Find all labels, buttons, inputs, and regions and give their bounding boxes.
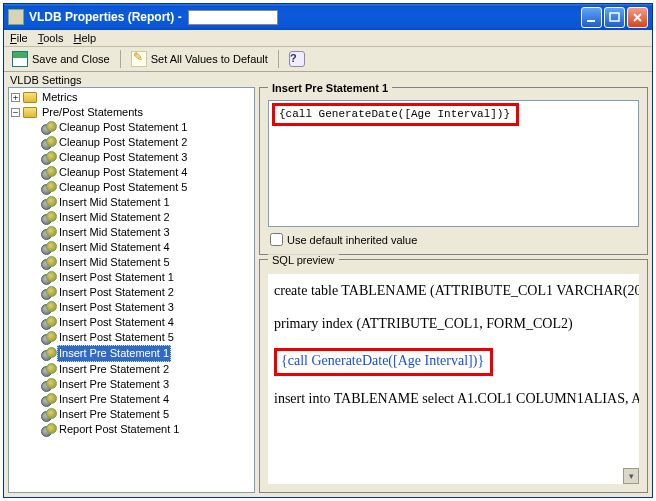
tree-item-label: Cleanup Post Statement 3	[57, 150, 189, 165]
sql-line: insert into TABLENAME select A1.COL1 COL…	[274, 390, 633, 409]
tree-item[interactable]: Insert Post Statement 5	[27, 330, 254, 345]
sql-call-highlight: {call GenerateDate([Age Interval])}	[274, 348, 493, 376]
sql-line: create table TABLENAME (ATTRIBUTE_COL1 V…	[274, 282, 633, 301]
tree-item-label: Insert Post Statement 3	[57, 300, 176, 315]
tree-item-label: Insert Post Statement 1	[57, 270, 176, 285]
gear-icon	[41, 423, 54, 436]
tree-item[interactable]: Insert Mid Statement 2	[27, 210, 254, 225]
tree-folder-prepost[interactable]: −Pre/Post Statements	[11, 105, 254, 120]
tree-item-label: Cleanup Post Statement 5	[57, 180, 189, 195]
tree-item[interactable]: Insert Post Statement 4	[27, 315, 254, 330]
tree-item-label: Insert Post Statement 5	[57, 330, 176, 345]
help-icon: ?	[289, 51, 305, 67]
use-default-label: Use default inherited value	[287, 234, 417, 246]
set-defaults-button[interactable]: Set All Values to Default	[129, 50, 270, 68]
gear-icon	[41, 286, 54, 299]
tree-item-label: Cleanup Post Statement 1	[57, 120, 189, 135]
tree-item-label: Insert Pre Statement 1	[57, 345, 171, 362]
defaults-label: Set All Values to Default	[151, 53, 268, 65]
gear-icon	[41, 271, 54, 284]
tree-item-label: Insert Mid Statement 3	[57, 225, 172, 240]
minimize-button[interactable]	[581, 7, 602, 28]
svg-rect-0	[587, 20, 595, 22]
tree-item[interactable]: Insert Mid Statement 4	[27, 240, 254, 255]
tree-item[interactable]: Insert Post Statement 1	[27, 270, 254, 285]
statement-legend: Insert Pre Statement 1	[268, 82, 392, 94]
tree-item-label: Insert Mid Statement 4	[57, 240, 172, 255]
tree-item[interactable]: Insert Post Statement 3	[27, 300, 254, 315]
expand-toggle[interactable]: +	[11, 93, 20, 102]
tree-item[interactable]: Insert Mid Statement 3	[27, 225, 254, 240]
menu-bar: File Tools Help	[4, 30, 652, 47]
sql-preview-body[interactable]: create table TABLENAME (ATTRIBUTE_COL1 V…	[268, 274, 639, 484]
menu-file[interactable]: File	[10, 32, 28, 44]
statement-panel: Insert Pre Statement 1 {call GenerateDat…	[259, 87, 648, 255]
help-button[interactable]: ?	[287, 50, 307, 68]
use-default-checkbox[interactable]	[270, 233, 283, 246]
tree-item[interactable]: Cleanup Post Statement 3	[27, 150, 254, 165]
defaults-icon	[131, 51, 147, 67]
toolbar: Save and Close Set All Values to Default…	[4, 47, 652, 72]
tree-item[interactable]: Insert Pre Statement 1	[27, 345, 254, 362]
save-label: Save and Close	[32, 53, 110, 65]
folder-icon	[23, 92, 37, 103]
tree-item-label: Report Post Statement 1	[57, 422, 181, 437]
gear-icon	[41, 211, 54, 224]
tree-item[interactable]: Cleanup Post Statement 4	[27, 165, 254, 180]
tree-item-label: Insert Pre Statement 5	[57, 407, 171, 422]
tree-item[interactable]: Insert Mid Statement 1	[27, 195, 254, 210]
use-default-row[interactable]: Use default inherited value	[268, 233, 639, 246]
tree-item-label: Insert Pre Statement 3	[57, 377, 171, 392]
gear-icon	[41, 241, 54, 254]
title-bar[interactable]: VLDB Properties (Report) -	[4, 4, 652, 30]
save-icon	[12, 51, 28, 67]
gear-icon	[41, 226, 54, 239]
folder-icon	[23, 107, 37, 118]
tree-folder-metrics[interactable]: +Metrics	[11, 90, 254, 105]
gear-icon	[41, 408, 54, 421]
expand-toggle[interactable]: −	[11, 108, 20, 117]
right-pane: Insert Pre Statement 1 {call GenerateDat…	[259, 87, 648, 493]
menu-help[interactable]: Help	[73, 32, 96, 44]
gear-icon	[41, 151, 54, 164]
scroll-down-button[interactable]: ▾	[623, 468, 639, 484]
tree-item[interactable]: Report Post Statement 1	[27, 422, 254, 437]
gear-icon	[41, 256, 54, 269]
gear-icon	[41, 136, 54, 149]
tree-item[interactable]: Insert Pre Statement 3	[27, 377, 254, 392]
gear-icon	[41, 378, 54, 391]
tree-item[interactable]: Insert Pre Statement 2	[27, 362, 254, 377]
tree-item[interactable]: Cleanup Post Statement 5	[27, 180, 254, 195]
sql-line: primary index (ATTRIBUTE_COL1, FORM_COL2…	[274, 315, 633, 334]
sql-legend: SQL preview	[268, 254, 339, 266]
tree-item-label: Pre/Post Statements	[40, 105, 145, 120]
gear-icon	[41, 121, 54, 134]
menu-tools[interactable]: Tools	[38, 32, 64, 44]
sql-preview-panel: SQL preview create table TABLENAME (ATTR…	[259, 259, 648, 493]
tree-item-label: Insert Post Statement 4	[57, 315, 176, 330]
content-area: +Metrics−Pre/Post StatementsCleanup Post…	[4, 87, 652, 497]
tree-panel[interactable]: +Metrics−Pre/Post StatementsCleanup Post…	[8, 87, 255, 493]
gear-icon	[41, 301, 54, 314]
tree-item[interactable]: Insert Pre Statement 4	[27, 392, 254, 407]
tree-item[interactable]: Cleanup Post Statement 2	[27, 135, 254, 150]
sql-highlight-line: {call GenerateDate([Age Interval])}	[274, 348, 633, 376]
toolbar-separator	[120, 50, 121, 68]
maximize-button[interactable]	[604, 7, 625, 28]
statement-highlight: {call GenerateDate([Age Interval])}	[272, 103, 519, 126]
tree-item[interactable]: Cleanup Post Statement 1	[27, 120, 254, 135]
statement-textarea[interactable]: {call GenerateDate([Age Interval])}	[268, 100, 639, 227]
title-input[interactable]	[188, 10, 278, 25]
close-button[interactable]	[627, 7, 648, 28]
tree-item[interactable]: Insert Pre Statement 5	[27, 407, 254, 422]
tree-item[interactable]: Insert Post Statement 2	[27, 285, 254, 300]
save-and-close-button[interactable]: Save and Close	[10, 50, 112, 68]
svg-rect-1	[610, 13, 619, 21]
gear-icon	[41, 393, 54, 406]
tree-item-label: Insert Pre Statement 2	[57, 362, 171, 377]
tree-item-label: Cleanup Post Statement 4	[57, 165, 189, 180]
tree-item[interactable]: Insert Mid Statement 5	[27, 255, 254, 270]
window-frame: VLDB Properties (Report) - File Tools He…	[3, 3, 653, 498]
app-icon	[8, 9, 24, 25]
window-title: VLDB Properties (Report) -	[29, 10, 182, 24]
